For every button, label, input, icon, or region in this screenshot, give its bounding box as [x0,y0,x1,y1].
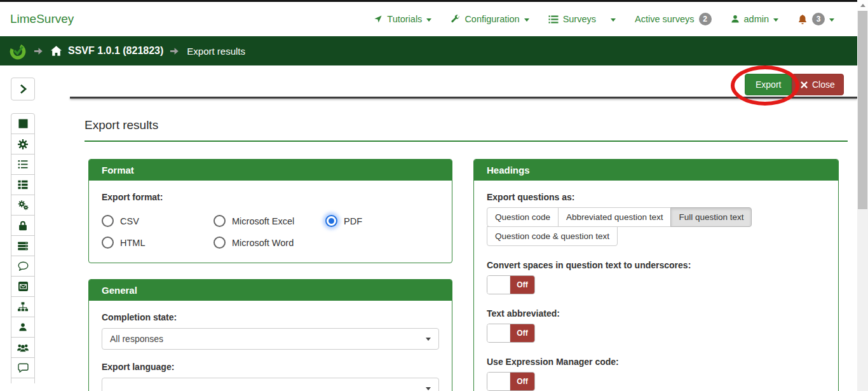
sidebar-item-quotas[interactable] [11,256,35,277]
close-icon [801,81,808,88]
scroll-up-icon [860,4,865,7]
toggle-handle [487,276,510,294]
sidebar-item-responses[interactable] [11,235,35,256]
arrow-right-icon [34,47,44,55]
sitemap-icon [18,302,28,312]
sidebar-item-email-templates[interactable] [11,276,35,297]
server-icon [18,242,28,250]
lock-icon [18,221,27,231]
radio-excel[interactable] [214,215,226,227]
chevron-down-icon[interactable] [611,18,616,22]
completion-state-select[interactable]: All responses [102,328,439,350]
question-code-button[interactable]: Question code [487,207,559,227]
radio-option-word[interactable]: Microsoft Word [214,237,325,249]
export-language-label: Export language: [102,362,439,372]
breadcrumb-survey-title[interactable]: SSVF 1.0.1 (821823) [68,45,163,57]
title-underline [85,141,848,142]
sidebar-item-partial[interactable] [11,378,35,383]
cogs-icon [18,200,29,210]
radio-pdf[interactable] [325,215,337,227]
export-format-options: CSV Microsoft Excel PDF HTML [102,215,439,249]
notifications-badge: 3 [812,13,825,25]
headings-panel-header: Headings [474,160,838,181]
sidebar-menu [11,113,35,383]
toggle-handle [487,324,510,342]
arrow-right-icon [170,47,180,55]
convert-spaces-label: Convert spaces in question text to under… [487,260,825,270]
nav-admin[interactable]: admin [731,14,779,24]
scrollbar-thumb[interactable] [858,11,867,209]
sidebar-item-question-groups[interactable] [11,174,35,195]
format-panel-header: Format [89,160,452,181]
chevron-down-icon [773,18,778,22]
radio-option-csv[interactable]: CSV [102,215,214,227]
nav-active-surveys[interactable]: Active surveys 2 [635,13,711,25]
envelope-icon [18,282,28,291]
radio-option-excel[interactable]: Microsoft Excel [214,215,325,227]
square-icon [18,119,28,128]
sidebar-item-users[interactable] [11,337,35,358]
radio-csv[interactable] [102,215,114,227]
sidebar-item-permissions[interactable] [11,215,35,236]
chat-icon [18,363,29,373]
question-display-group-row2: Question code & question text [487,226,825,246]
sidebar-item-settings[interactable] [11,134,35,154]
limesurvey-brand[interactable]: LimeSurvey [10,12,74,26]
radio-option-pdf[interactable]: PDF [325,215,439,227]
home-icon[interactable] [51,46,62,56]
radio-option-html[interactable]: HTML [102,237,214,249]
user-icon [731,15,740,24]
active-surveys-badge: 2 [699,13,712,25]
sidebar-expand-button[interactable] [11,78,35,100]
question-code-and-text-button[interactable]: Question code & question text [487,226,618,246]
export-button[interactable]: Export [745,74,792,95]
sidebar-item-survey-structure[interactable] [11,296,35,317]
nav-notifications[interactable]: 3 [797,13,834,25]
abbreviated-question-text-button[interactable]: Abbreviated question text [558,207,671,227]
sidebar-item-list[interactable] [11,154,35,175]
format-panel: Format Export format: CSV Microsoft Exce… [88,159,452,263]
bell-icon [797,14,808,25]
expression-manager-toggle[interactable]: Off [487,372,535,391]
export-language-select[interactable] [102,378,439,391]
scrollbar[interactable] [857,0,868,391]
breadcrumb: SSVF 1.0.1 (821823) Export results [0,36,857,65]
gear-icon [18,139,28,149]
chevron-down-icon [829,18,834,22]
breadcrumb-page: Export results [187,46,245,57]
radio-word[interactable] [214,237,226,249]
th-list-icon [18,180,28,189]
question-display-group: Question code Abbreviated question text … [487,207,825,227]
select-caret-icon [426,387,431,390]
completion-state-label: Completion state: [102,312,439,322]
chevron-down-icon [426,18,431,22]
chevron-down-icon [524,18,529,22]
toggle-handle [487,373,510,390]
sidebar-item-participants[interactable] [11,317,35,338]
content-top-divider [70,97,857,99]
radio-html[interactable] [102,237,114,249]
user-icon [18,322,27,332]
nav-configuration[interactable]: Configuration [451,14,529,24]
select-caret-icon [426,338,431,341]
convert-spaces-toggle[interactable]: Off [487,275,535,294]
headings-panel: Headings Export questions as: Question c… [473,159,839,391]
main-content: Export results Format Export format: CSV [85,108,848,391]
export-questions-as-label: Export questions as: [487,192,825,202]
list-icon [548,15,559,24]
text-abbreviated-label: Text abbreviated: [487,308,825,319]
full-question-text-button[interactable]: Full question text [670,207,752,227]
sidebar-item-square[interactable] [11,113,35,134]
nav-surveys[interactable]: Surveys [548,14,616,24]
sidebar-item-survey-settings[interactable] [11,195,35,216]
sidebar-item-comments[interactable] [11,357,35,378]
page-title: Export results [85,118,848,132]
nav-tutorials[interactable]: Tutorials [374,14,431,24]
close-button[interactable]: Close [792,74,844,95]
limesurvey-logo-icon[interactable] [8,41,27,60]
scroll-up-button[interactable] [857,0,868,11]
text-abbreviated-toggle[interactable]: Off [487,324,535,343]
general-panel: General Completion state: All responses … [88,279,452,391]
expression-manager-label: Use Expression Manager code: [487,357,825,367]
chevron-right-icon [19,84,27,94]
